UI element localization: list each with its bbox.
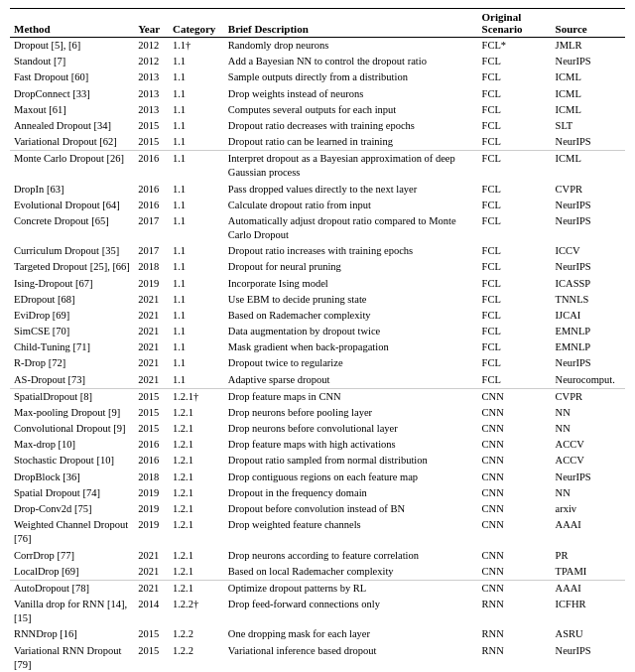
- table-row: Dropout [5], [6]20121.1†Randomly drop ne…: [10, 38, 625, 55]
- table-row: AS-Dropout [73]20211.1Adaptive sparse dr…: [10, 372, 625, 389]
- table-row: Weighted Channel Dropout [76]20191.2.1Dr…: [10, 517, 625, 547]
- table-row: LocalDrop [69]20211.2.1Based on local Ra…: [10, 564, 625, 581]
- table-row: Variational RNN Dropout [79]20151.2.2Var…: [10, 643, 625, 672]
- table-row: Curriculum Dropout [35]20171.1Dropout ra…: [10, 243, 625, 259]
- header-description: Brief Description: [224, 9, 478, 38]
- header-original: OriginalScenario: [478, 9, 552, 38]
- table-row: Annealed Dropout [34]20151.1Dropout rati…: [10, 118, 625, 134]
- main-table: Method Year Category Brief Description O…: [10, 8, 625, 672]
- table-row: DropBlock [36]20181.2.1Drop contiguous r…: [10, 470, 625, 485]
- header-category: Category: [169, 9, 224, 38]
- table-row: SimCSE [70]20211.1Data augmentation by d…: [10, 324, 625, 339]
- table-row: Ising-Dropout [67]20191.1Incorporate Isi…: [10, 276, 625, 292]
- header-method: Method: [10, 9, 134, 38]
- table-row: Max-pooling Dropout [9]20151.2.1Drop neu…: [10, 405, 625, 421]
- table-row: Child-Tuning [71]20211.1Mask gradient wh…: [10, 339, 625, 355]
- table-row: Drop-Conv2d [75]20191.2.1Dropout before …: [10, 501, 625, 517]
- table-row: EviDrop [69]20211.1Based on Rademacher c…: [10, 308, 625, 324]
- table-row: Stochastic Dropout [10]20161.2.1Dropout …: [10, 453, 625, 469]
- table-row: Evolutional Dropout [64]20161.1Calculate…: [10, 198, 625, 213]
- table-row: Monte Carlo Dropout [26]20161.1Interpret…: [10, 151, 625, 182]
- table-row: SpatialDropout [8]20151.2.1†Drop feature…: [10, 388, 625, 405]
- header-year: Year: [134, 9, 169, 38]
- table-row: CorrDrop [77]20211.2.1Drop neurons accor…: [10, 548, 625, 564]
- table-row: DropIn [63]20161.1Pass dropped values di…: [10, 182, 625, 198]
- table-row: Maxout [61]20131.1Computes several outpu…: [10, 102, 625, 118]
- table-row: AutoDropout [78]20211.2.1Optimize dropou…: [10, 580, 625, 597]
- table-row: Concrete Dropout [65]20171.1Automaticall…: [10, 213, 625, 243]
- table-row: DropConnect [33]20131.1Drop weights inst…: [10, 86, 625, 102]
- table-row: Max-drop [10]20161.2.1Drop feature maps …: [10, 437, 625, 453]
- table-row: Spatial Dropout [74]20191.2.1Dropout in …: [10, 485, 625, 501]
- table-row: Variational Dropout [62]20151.1Dropout r…: [10, 134, 625, 151]
- table-row: Vanilla drop for RNN [14], [15]20141.2.2…: [10, 597, 625, 626]
- table-row: R-Drop [72]20211.1Dropout twice to regul…: [10, 355, 625, 371]
- table-row: Targeted Dropout [25], [66]20181.1Dropou…: [10, 259, 625, 275]
- table-row: Fast Dropout [60]20131.1Sample outputs d…: [10, 69, 625, 85]
- table-row: Convolutional Dropout [9]20151.2.1Drop n…: [10, 421, 625, 437]
- table-header-row: Method Year Category Brief Description O…: [10, 9, 625, 38]
- header-source: Source: [552, 9, 625, 38]
- table-row: EDropout [68]20211.1Use EBM to decide pr…: [10, 292, 625, 308]
- table-row: RNNDrop [16]20151.2.2One dropping mask f…: [10, 626, 625, 642]
- table-row: Standout [7]20121.1Add a Bayesian NN to …: [10, 54, 625, 69]
